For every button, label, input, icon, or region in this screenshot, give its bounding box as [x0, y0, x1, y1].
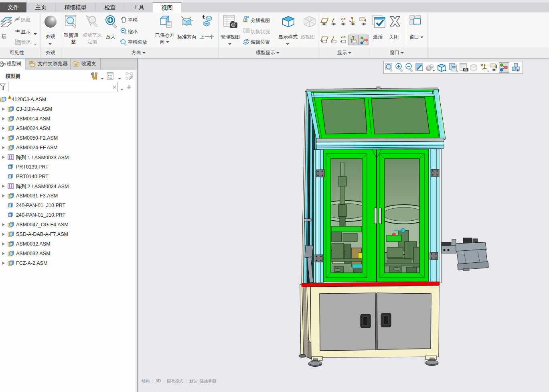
svg-text:x: x: [248, 41, 249, 44]
svg-text:z: z: [248, 38, 249, 41]
